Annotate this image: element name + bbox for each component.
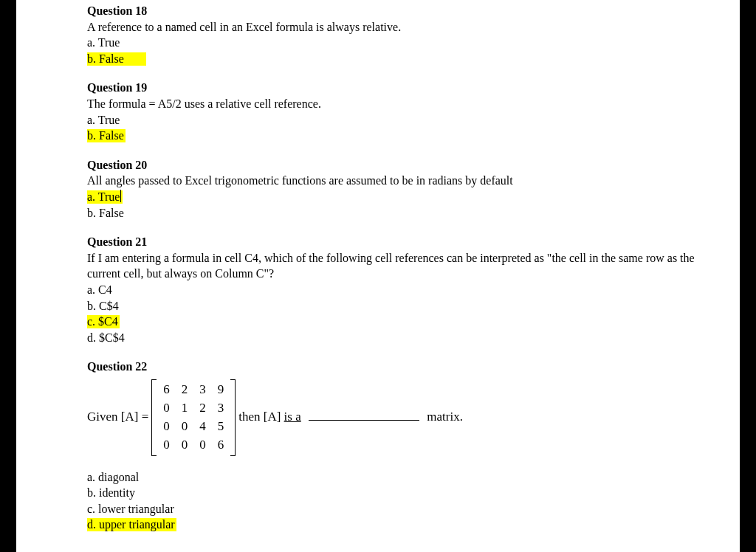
question-21: Question 21 If I am entering a formula i… [87, 234, 740, 345]
question-title: Question 19 [87, 80, 740, 96]
matrix-A: 6 2 3 9 0 1 2 3 0 0 4 5 [151, 379, 236, 456]
option-b: b. False [87, 205, 740, 221]
question-title: Question 22 [87, 359, 740, 375]
given-label: Given [A] = [87, 409, 148, 426]
trailing-text: matrix. [427, 410, 463, 424]
question-title: Question 18 [87, 3, 740, 19]
option-b: b. C$4 [87, 298, 740, 314]
option-a: a. True [87, 35, 740, 51]
question-22: Question 22 Given [A] = 6 2 3 9 0 1 2 3 [87, 359, 740, 533]
table-row: 6 2 3 9 [157, 381, 230, 399]
then-label: then [A] [238, 410, 284, 424]
matrix-equation: Given [A] = 6 2 3 9 0 1 2 3 [87, 379, 740, 456]
option-b: b. identity [87, 485, 740, 501]
question-20: Question 20 All angles passed to Excel t… [87, 157, 740, 221]
matrix-cell: 9 [212, 381, 230, 399]
option-b-highlighted: b. False [87, 51, 740, 67]
question-18: Question 18 A reference to a named cell … [87, 3, 740, 66]
highlight: b. False [87, 129, 126, 142]
highlight: b. False [87, 52, 146, 66]
option-c: c. lower triangular [87, 501, 740, 517]
matrix-cell: 2 [176, 381, 194, 399]
question-prompt: A reference to a named cell in an Excel … [87, 19, 740, 35]
option-b-highlighted: b. False [87, 128, 740, 144]
option-d: d. $C$4 [87, 330, 740, 346]
matrix-cell: 0 [193, 436, 212, 455]
option-a-text: a. True [87, 190, 120, 203]
matrix-cell: 1 [176, 399, 194, 418]
matrix-cell: 6 [212, 436, 230, 455]
option-a-highlighted: a. True [87, 189, 740, 205]
question-prompt: If I am entering a formula in cell C4, w… [87, 250, 722, 282]
fill-blank [309, 420, 419, 421]
matrix-table: 6 2 3 9 0 1 2 3 0 0 4 5 [157, 381, 230, 455]
matrix-cell: 3 [212, 399, 230, 418]
matrix-cell: 0 [176, 418, 194, 436]
is-a-underlined: is a [284, 410, 301, 424]
option-a: a. diagonal [87, 469, 740, 486]
option-a: a. C4 [87, 282, 740, 298]
option-c-highlighted: c. $C4 [87, 314, 740, 330]
question-title: Question 20 [87, 157, 740, 173]
question-prompt: The formula = A5/2 uses a relative cell … [87, 96, 740, 112]
option-a: a. True [87, 112, 740, 128]
option-d-highlighted: d. upper triangular [87, 517, 740, 533]
matrix-cell: 0 [157, 436, 176, 455]
text-cursor-icon [120, 190, 121, 202]
table-row: 0 0 0 6 [157, 436, 230, 455]
table-row: 0 0 4 5 [157, 418, 230, 436]
question-19: Question 19 The formula = A5/2 uses a re… [87, 80, 740, 143]
matrix-cell: 5 [212, 418, 230, 436]
matrix-cell: 0 [176, 436, 194, 455]
then-text: then [A] is a matrix. [238, 409, 463, 426]
table-row: 0 1 2 3 [157, 399, 230, 418]
matrix-cell: 2 [193, 399, 212, 418]
highlight: a. True [87, 190, 123, 204]
highlight: c. $C4 [87, 315, 120, 328]
document-page: Question 18 A reference to a named cell … [16, 0, 740, 552]
matrix-cell: 0 [157, 399, 176, 418]
matrix-cell: 0 [157, 418, 176, 436]
question-prompt: All angles passed to Excel trigonometric… [87, 173, 740, 189]
matrix-cell: 3 [193, 381, 212, 399]
highlight: d. upper triangular [87, 518, 176, 531]
matrix-cell: 6 [157, 381, 176, 399]
matrix-cell: 4 [193, 418, 212, 436]
question-title: Question 21 [87, 234, 740, 250]
